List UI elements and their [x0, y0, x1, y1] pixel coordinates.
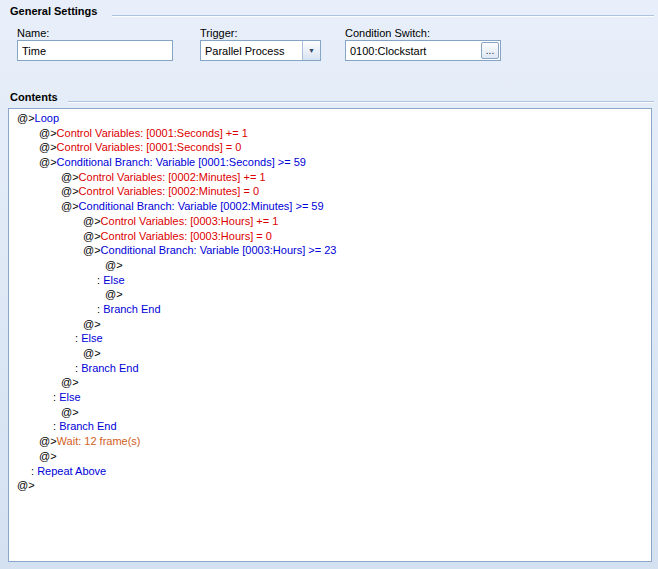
- general-settings-divider: [112, 15, 654, 17]
- trigger-selected-value: Parallel Process: [201, 41, 302, 60]
- command-text: Else: [103, 274, 124, 286]
- event-command-line[interactable]: @>: [9, 258, 651, 273]
- command-text: Loop: [35, 112, 59, 124]
- event-command-line[interactable]: : Branch End: [9, 419, 651, 434]
- name-label: Name:: [17, 27, 49, 39]
- chevron-down-icon[interactable]: ▼: [302, 41, 320, 60]
- command-text: Control Variables: [0003:Hours] += 1: [101, 215, 279, 227]
- command-text: Else: [81, 332, 102, 344]
- command-marker: @>: [39, 141, 57, 153]
- event-command-line[interactable]: : Repeat Above: [9, 464, 651, 479]
- command-marker: @>: [83, 347, 101, 359]
- command-text: Conditional Branch: Variable [0002:Minut…: [79, 200, 324, 212]
- command-text: Branch End: [81, 362, 138, 374]
- trigger-label: Trigger:: [200, 27, 238, 39]
- condition-switch-field[interactable]: 0100:Clockstart ...: [345, 40, 501, 61]
- event-command-line[interactable]: @>: [9, 405, 651, 420]
- command-text: Else: [59, 391, 80, 403]
- command-text: Control Variables: [0002:Minutes] = 0: [79, 185, 259, 197]
- command-marker: @>: [83, 230, 101, 242]
- contents-title: Contents: [10, 91, 58, 103]
- condition-switch-label: Condition Switch:: [345, 27, 430, 39]
- event-command-line[interactable]: @>: [9, 478, 651, 493]
- command-text: Wait: 12 frame(s): [57, 435, 141, 447]
- command-marker: @>: [83, 244, 101, 256]
- event-command-line[interactable]: @>Control Variables: [0003:Hours] = 0: [9, 229, 651, 244]
- event-command-line[interactable]: : Else: [9, 273, 651, 288]
- command-marker: @>: [39, 127, 57, 139]
- condition-switch-value: 0100:Clockstart: [346, 41, 480, 60]
- event-command-line[interactable]: @>Control Variables: [0001:Seconds] = 0: [9, 140, 651, 155]
- event-command-line[interactable]: @>: [9, 346, 651, 361]
- command-text: Control Variables: [0003:Hours] = 0: [101, 230, 272, 242]
- event-command-line[interactable]: : Else: [9, 331, 651, 346]
- event-command-line[interactable]: @>Loop: [9, 111, 651, 126]
- event-command-line[interactable]: : Branch End: [9, 302, 651, 317]
- command-marker: @>: [61, 406, 79, 418]
- command-text: Repeat Above: [37, 465, 106, 477]
- event-command-line[interactable]: @>Control Variables: [0003:Hours] += 1: [9, 214, 651, 229]
- condition-switch-browse-button[interactable]: ...: [481, 42, 499, 59]
- event-command-line[interactable]: @>Conditional Branch: Variable [0003:Hou…: [9, 243, 651, 258]
- event-command-line[interactable]: @>: [9, 317, 651, 332]
- event-command-line[interactable]: @>: [9, 375, 651, 390]
- general-settings-title: General Settings: [10, 5, 97, 17]
- command-marker: @>: [83, 318, 101, 330]
- event-command-list[interactable]: @>Loop@>Control Variables: [0001:Seconds…: [8, 108, 652, 562]
- event-command-line[interactable]: @>Control Variables: [0002:Minutes] = 0: [9, 184, 651, 199]
- name-input[interactable]: [17, 40, 173, 61]
- command-marker: @>: [61, 171, 79, 183]
- command-marker: @>: [61, 200, 79, 212]
- event-command-line[interactable]: @>: [9, 287, 651, 302]
- command-text: Branch End: [59, 420, 116, 432]
- command-text: Control Variables: [0001:Seconds] += 1: [57, 127, 248, 139]
- event-editor-window: General Settings Name: Trigger: Parallel…: [0, 0, 658, 569]
- command-marker: @>: [105, 288, 123, 300]
- command-marker: @>: [17, 479, 35, 491]
- command-marker: @>: [61, 376, 79, 388]
- command-marker: @>: [17, 112, 35, 124]
- command-marker: @>: [39, 156, 57, 168]
- command-text: Branch End: [103, 303, 160, 315]
- command-text: Control Variables: [0001:Seconds] = 0: [57, 141, 242, 153]
- event-command-line[interactable]: @>Control Variables: [0002:Minutes] += 1: [9, 170, 651, 185]
- event-command-line[interactable]: @>: [9, 449, 651, 464]
- contents-divider: [68, 101, 654, 103]
- event-command-line[interactable]: @>Wait: 12 frame(s): [9, 434, 651, 449]
- command-marker: @>: [39, 435, 57, 447]
- command-marker: @>: [83, 215, 101, 227]
- command-marker: @>: [61, 185, 79, 197]
- event-command-line[interactable]: @>Conditional Branch: Variable [0001:Sec…: [9, 155, 651, 170]
- command-text: Conditional Branch: Variable [0003:Hours…: [101, 244, 337, 256]
- command-text: Conditional Branch: Variable [0001:Secon…: [57, 156, 306, 168]
- command-text: Control Variables: [0002:Minutes] += 1: [79, 171, 266, 183]
- event-command-line[interactable]: @>Conditional Branch: Variable [0002:Min…: [9, 199, 651, 214]
- event-command-line[interactable]: : Else: [9, 390, 651, 405]
- event-command-line[interactable]: @>Control Variables: [0001:Seconds] += 1: [9, 126, 651, 141]
- command-marker: @>: [105, 259, 123, 271]
- trigger-select[interactable]: Parallel Process ▼: [200, 40, 321, 61]
- event-command-line[interactable]: : Branch End: [9, 361, 651, 376]
- command-marker: @>: [39, 450, 57, 462]
